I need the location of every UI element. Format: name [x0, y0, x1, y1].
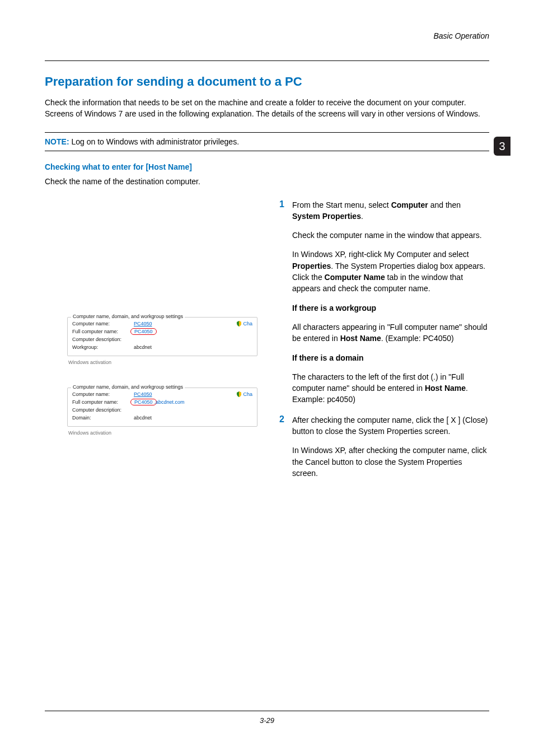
win-row-domain: Domain:abcdnet: [72, 414, 252, 422]
header-rule: [45, 60, 489, 61]
win-row-workgroup: Workgroup:abcdnet: [72, 343, 252, 351]
note-line: NOTE: Log on to Windows with administrat…: [45, 137, 489, 146]
workgroup-text: All characters appearing in "Full comput…: [292, 321, 489, 344]
step-1-p2: Check the computer name in the window th…: [292, 230, 489, 241]
note-label: NOTE:: [45, 137, 69, 146]
section-subtext: Check the name of the destination comput…: [45, 177, 489, 186]
section-heading: Checking what to enter for [Host Name]: [45, 162, 489, 171]
computer-name-link[interactable]: PC4050: [134, 391, 152, 397]
win-row-full: Full computer name:PC4050: [72, 328, 252, 335]
domain-text: The characters to the left of the first …: [292, 371, 489, 405]
win-activation: Windows activation: [68, 360, 257, 365]
step-1: 1 From the Start menu, select Computer a…: [277, 199, 489, 405]
note-rule-bottom: [45, 151, 489, 151]
header: Basic Operation: [45, 31, 489, 47]
step-2: 2 After checking the computer name, clic…: [277, 414, 489, 479]
win-activation: Windows activation: [68, 430, 257, 436]
win-row-full: Full computer name:PC4050.abcdnet.com: [72, 398, 252, 406]
win-fieldset: Computer name, domain, and workgroup set…: [67, 388, 257, 427]
step-body: From the Start menu, select Computer and…: [292, 199, 489, 405]
page: Basic Operation 3 Preparation for sendin…: [0, 0, 534, 756]
note-rule-top: [45, 132, 489, 133]
step-body: After checking the computer name, click …: [292, 414, 489, 479]
win-row-desc: Computer description:: [72, 335, 252, 343]
workgroup-head: If there is a workgroup: [292, 302, 489, 314]
page-number: 3-29: [0, 716, 534, 725]
step-number: 1: [277, 199, 284, 405]
two-column-layout: Computer name, domain, and workgroup set…: [45, 199, 489, 488]
full-computer-name-highlight: PC4050: [130, 399, 157, 405]
change-settings-link[interactable]: Cha: [236, 321, 252, 327]
steps-column: 1 From the Start menu, select Computer a…: [277, 199, 489, 488]
screenshot-domain: Computer name, domain, and workgroup set…: [67, 388, 257, 436]
step-2-p1: After checking the computer name, click …: [292, 414, 489, 437]
win-legend: Computer name, domain, and workgroup set…: [71, 384, 185, 390]
screenshot-workgroup: Computer name, domain, and workgroup set…: [67, 317, 257, 365]
intro-paragraph: Check the information that needs to be s…: [45, 97, 489, 120]
running-head: Basic Operation: [433, 31, 489, 40]
shield-icon: [236, 321, 242, 326]
step-2-p2: In Windows XP, after checking the comput…: [292, 445, 489, 479]
computer-name-link[interactable]: PC4050: [134, 321, 152, 326]
shield-icon: [236, 391, 242, 397]
step-number: 2: [277, 414, 284, 479]
win-row-computer: Computer name:PC4050: [72, 320, 252, 328]
step-1-p3: In Windows XP, right-click My Computer a…: [292, 249, 489, 294]
note-text: Log on to Windows with administrator pri…: [69, 137, 239, 146]
win-row-desc: Computer description:: [72, 406, 252, 414]
step-1-p1: From the Start menu, select Computer and…: [292, 199, 489, 222]
page-title: Preparation for sending a document to a …: [45, 74, 489, 89]
domain-head: If there is a domain: [292, 352, 489, 363]
win-fieldset: Computer name, domain, and workgroup set…: [67, 317, 257, 356]
full-computer-name-highlight: PC4050: [130, 328, 157, 335]
chapter-tab: 3: [494, 137, 510, 156]
win-row-computer: Computer name:PC4050: [72, 390, 252, 398]
change-settings-link[interactable]: Cha: [236, 391, 252, 398]
win-legend: Computer name, domain, and workgroup set…: [71, 314, 185, 319]
footer-rule: [45, 711, 489, 711]
screenshot-column: Computer name, domain, and workgroup set…: [45, 199, 263, 488]
